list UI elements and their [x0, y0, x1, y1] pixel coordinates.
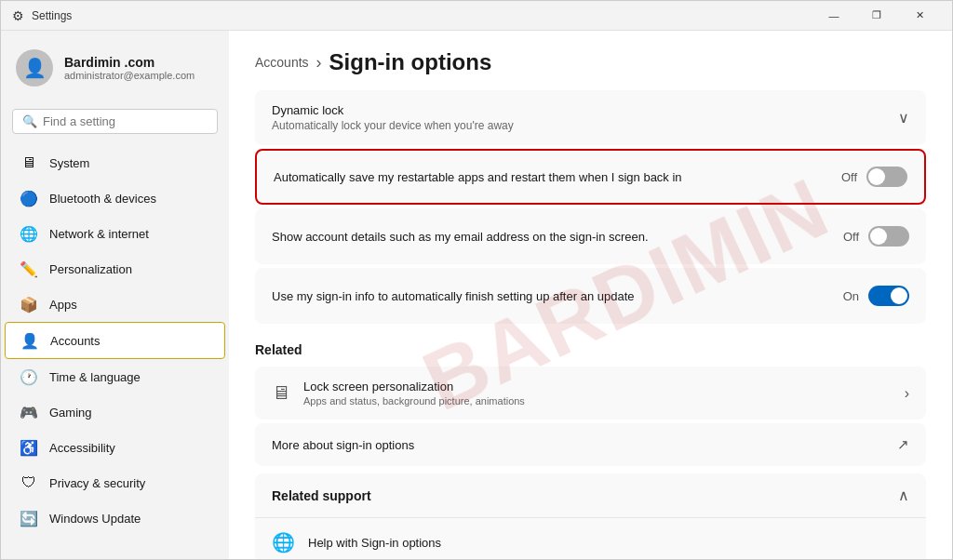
network-icon: 🌐 [20, 224, 38, 243]
avatar: 👤 [16, 49, 53, 87]
settings-app-icon: ⚙ [12, 8, 24, 23]
sidebar-item-network[interactable]: 🌐 Network & internet [5, 216, 225, 251]
toggle-knob [868, 168, 885, 185]
sidebar-item-label: Accounts [50, 334, 100, 348]
sidebar-item-label: Gaming [49, 406, 92, 420]
search-icon: 🔍 [22, 114, 37, 128]
sign-in-info-status: On [843, 289, 859, 303]
restartable-apps-control: Off [841, 167, 907, 187]
window-title: Settings [32, 9, 72, 22]
user-name: Bardimin .com [64, 55, 195, 70]
sidebar: 👤 Bardimin .com administrator@example.co… [1, 31, 229, 559]
lock-screen-title: Lock screen personalization [303, 380, 525, 393]
restartable-apps-toggle[interactable] [866, 167, 907, 187]
breadcrumb-separator: › [316, 53, 322, 73]
dynamic-lock-subtitle: Automatically lock your device when you'… [272, 119, 514, 132]
sidebar-item-label: Apps [49, 298, 77, 312]
help-signin-item[interactable]: 🌐 Help with Sign-in options [255, 517, 926, 559]
sidebar-item-label: Personalization [49, 262, 132, 276]
account-details-setting: Show account details such as my email ad… [255, 208, 926, 264]
sidebar-item-personalization[interactable]: ✏️ Personalization [5, 251, 225, 287]
help-icon: 🌐 [272, 531, 295, 553]
bluetooth-icon: 🔵 [20, 189, 38, 207]
sidebar-item-accessibility[interactable]: ♿ Accessibility [5, 430, 225, 465]
account-details-label: Show account details such as my email ad… [272, 230, 649, 244]
apps-icon: 📦 [20, 295, 38, 313]
sign-in-info-label: Use my sign-in info to automatically fin… [272, 289, 635, 303]
user-info: Bardimin .com administrator@example.com [64, 55, 195, 81]
toggle-knob [891, 287, 907, 304]
lock-screen-text: Lock screen personalization Apps and sta… [303, 380, 525, 407]
sidebar-item-system[interactable]: 🖥 System [5, 145, 225, 180]
dynamic-lock-header[interactable]: Dynamic lock Automatically lock your dev… [255, 90, 926, 145]
account-details-status: Off [843, 230, 859, 244]
sidebar-item-windows-update[interactable]: 🔄 Windows Update [5, 500, 225, 536]
privacy-icon: 🛡 [20, 473, 38, 492]
sidebar-item-privacy[interactable]: 🛡 Privacy & security [5, 465, 225, 500]
restartable-apps-label: Automatically save my restartable apps a… [274, 170, 682, 184]
related-support-section: Related support ∧ 🌐 Help with Sign-in op… [255, 473, 926, 559]
windows-update-icon: 🔄 [20, 509, 38, 527]
sidebar-item-label: System [49, 156, 89, 170]
toggle-knob [870, 228, 887, 245]
lock-screen-icon: 🖥 [272, 382, 290, 404]
search-box[interactable]: 🔍 [12, 109, 218, 134]
dynamic-lock-info: Dynamic lock Automatically lock your dev… [272, 103, 514, 132]
accessibility-icon: ♿ [20, 438, 38, 457]
help-signin-label: Help with Sign-in options [308, 536, 441, 550]
related-support-header[interactable]: Related support ∧ [255, 473, 926, 517]
chevron-right-icon: › [905, 385, 909, 402]
chevron-up-icon: ∧ [898, 487, 909, 504]
sidebar-item-label: Accessibility [49, 441, 115, 455]
user-email: administrator@example.com [64, 70, 195, 81]
more-about-signin-link[interactable]: More about sign-in options ↗ [255, 423, 926, 466]
sidebar-item-bluetooth[interactable]: 🔵 Bluetooth & devices [5, 180, 225, 216]
system-icon: 🖥 [20, 153, 38, 172]
sidebar-item-accounts[interactable]: 👤 Accounts [5, 322, 225, 359]
gaming-icon: 🎮 [20, 403, 38, 421]
window-controls: — ❐ ✕ [812, 1, 941, 31]
chevron-down-icon: ∨ [898, 109, 909, 127]
user-profile: 👤 Bardimin .com administrator@example.co… [1, 38, 229, 98]
more-about-signin-label: More about sign-in options [272, 438, 414, 452]
main-content: Accounts › Sign-in options Dynamic lock … [229, 31, 952, 559]
breadcrumb: Accounts › Sign-in options [255, 31, 926, 90]
restartable-apps-status: Off [841, 170, 857, 184]
sidebar-item-label: Bluetooth & devices [49, 192, 156, 206]
related-heading: Related [255, 327, 926, 367]
sidebar-item-label: Time & language [49, 370, 141, 384]
minimize-button[interactable]: — [812, 1, 855, 31]
sign-in-info-toggle[interactable] [868, 286, 909, 306]
breadcrumb-parent[interactable]: Accounts [255, 55, 309, 70]
sidebar-item-label: Privacy & security [49, 476, 145, 490]
sidebar-item-gaming[interactable]: 🎮 Gaming [5, 394, 225, 430]
sign-in-info-control: On [843, 286, 909, 306]
dynamic-lock-section: Dynamic lock Automatically lock your dev… [255, 90, 926, 145]
sidebar-item-time[interactable]: 🕐 Time & language [5, 359, 225, 394]
page-title: Sign-in options [329, 49, 492, 75]
title-bar: ⚙ Settings — ❐ ✕ [1, 1, 952, 31]
search-input[interactable] [43, 114, 208, 128]
lock-screen-item-left: 🖥 Lock screen personalization Apps and s… [272, 380, 525, 407]
dynamic-lock-title: Dynamic lock [272, 103, 514, 117]
account-details-control: Off [843, 226, 909, 247]
sidebar-item-label: Windows Update [49, 512, 141, 526]
external-link-icon: ↗ [897, 436, 909, 453]
sidebar-item-apps[interactable]: 📦 Apps [5, 287, 225, 322]
time-icon: 🕐 [20, 367, 38, 386]
restartable-apps-setting: Automatically save my restartable apps a… [255, 149, 926, 205]
sign-in-info-setting: Use my sign-in info to automatically fin… [255, 268, 926, 324]
maximize-button[interactable]: ❐ [855, 1, 898, 31]
accounts-icon: 👤 [20, 331, 39, 350]
sidebar-item-label: Network & internet [49, 227, 149, 241]
close-button[interactable]: ✕ [898, 1, 941, 31]
lock-screen-subtitle: Apps and status, background picture, ani… [303, 395, 525, 407]
related-support-heading: Related support [272, 488, 371, 503]
account-details-toggle[interactable] [868, 226, 909, 247]
personalization-icon: ✏️ [20, 260, 38, 278]
lock-screen-item[interactable]: 🖥 Lock screen personalization Apps and s… [255, 367, 926, 420]
